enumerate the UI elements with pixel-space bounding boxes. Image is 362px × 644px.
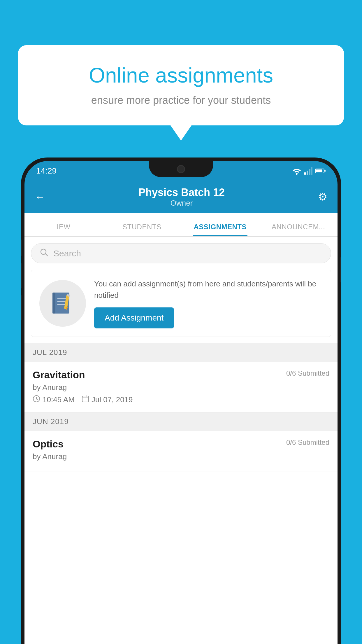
tab-iew[interactable]: IEW: [24, 223, 103, 236]
status-icons: [292, 167, 326, 175]
svg-line-8: [45, 254, 48, 256]
time-value: 10:45 AM: [43, 395, 75, 404]
volume-silent-button: [21, 239, 22, 257]
tab-assignments[interactable]: ASSIGNMENTS: [181, 223, 259, 236]
meta-time: 10:45 AM: [33, 395, 75, 405]
speech-bubble-container: Online assignments ensure more practice …: [18, 45, 344, 125]
svg-rect-1: [307, 171, 308, 175]
assignment-top: Gravitation 0/6 Submitted: [33, 369, 329, 381]
search-bar[interactable]: Search: [31, 243, 331, 263]
search-icon: [40, 248, 48, 258]
date-value: Jul 07, 2019: [92, 395, 133, 404]
assignment-submitted: 0/6 Submitted: [286, 369, 329, 377]
status-time: 14:29: [36, 166, 57, 176]
add-assignment-button[interactable]: Add Assignment: [94, 307, 174, 328]
assignment-meta: 10:45 AM Jul 07, 2019: [33, 395, 329, 405]
assignment-item-gravitation[interactable]: Gravitation 0/6 Submitted by Anurag: [24, 362, 338, 412]
phone-frame: 14:29: [21, 158, 341, 644]
camera: [177, 165, 185, 173]
meta-date: Jul 07, 2019: [82, 395, 133, 405]
bubble-subtitle: ensure more practice for your students: [38, 94, 324, 106]
battery-icon: [315, 168, 326, 174]
svg-rect-5: [316, 169, 322, 172]
power-button: [340, 257, 341, 283]
svg-rect-20: [82, 396, 89, 402]
notebook-icon: [50, 290, 76, 316]
svg-line-19: [36, 399, 38, 400]
info-card: You can add assignment(s) from here and …: [31, 270, 331, 337]
bubble-title: Online assignments: [38, 63, 324, 88]
info-description: You can add assignment(s) from here and …: [94, 278, 323, 301]
search-placeholder: Search: [53, 249, 81, 258]
app-header: ← Physics Batch 12 Owner ⚙: [24, 181, 338, 213]
header-subtitle: Owner: [45, 199, 318, 208]
header-center: Physics Batch 12 Owner: [45, 186, 318, 208]
svg-rect-10: [52, 293, 55, 314]
svg-rect-11: [57, 298, 67, 299]
tab-bar: IEW STUDENTS ASSIGNMENTS ANNOUNCEM...: [24, 213, 338, 237]
assignment-name: Gravitation: [33, 369, 85, 381]
header-title: Physics Batch 12: [45, 186, 318, 199]
calendar-icon: [82, 395, 89, 405]
back-button[interactable]: ←: [35, 191, 45, 203]
signal-icon: [304, 167, 312, 175]
section-header-jun: JUN 2019: [24, 412, 338, 431]
volume-down-button: [21, 295, 22, 321]
assignment-top-optics: Optics 0/6 Submitted: [33, 438, 329, 450]
speech-bubble: Online assignments ensure more practice …: [18, 45, 344, 125]
assignment-by: by Anurag: [33, 383, 329, 392]
assignment-by-optics: by Anurag: [33, 452, 329, 461]
phone-notch: [149, 161, 213, 177]
assignment-submitted-optics: 0/6 Submitted: [286, 438, 329, 447]
wifi-icon: [292, 167, 301, 175]
screen-content: Search: [24, 237, 338, 644]
svg-rect-6: [324, 170, 326, 172]
svg-rect-0: [304, 172, 306, 175]
assignment-name-optics: Optics: [33, 438, 64, 450]
phone-screen: 14:29: [24, 161, 338, 644]
svg-rect-2: [309, 169, 310, 175]
info-text-area: You can add assignment(s) from here and …: [94, 278, 323, 328]
clock-icon: [33, 395, 40, 405]
assignment-icon-circle: [39, 280, 86, 327]
tab-announcements[interactable]: ANNOUNCEM...: [259, 223, 338, 236]
settings-button[interactable]: ⚙: [318, 191, 327, 203]
section-header-jul: JUL 2019: [24, 343, 338, 362]
volume-up-button: [21, 262, 22, 289]
assignment-item-optics[interactable]: Optics 0/6 Submitted by Anurag: [24, 431, 338, 472]
svg-rect-3: [311, 167, 312, 175]
tab-students[interactable]: STUDENTS: [103, 223, 181, 236]
svg-rect-13: [57, 304, 65, 305]
